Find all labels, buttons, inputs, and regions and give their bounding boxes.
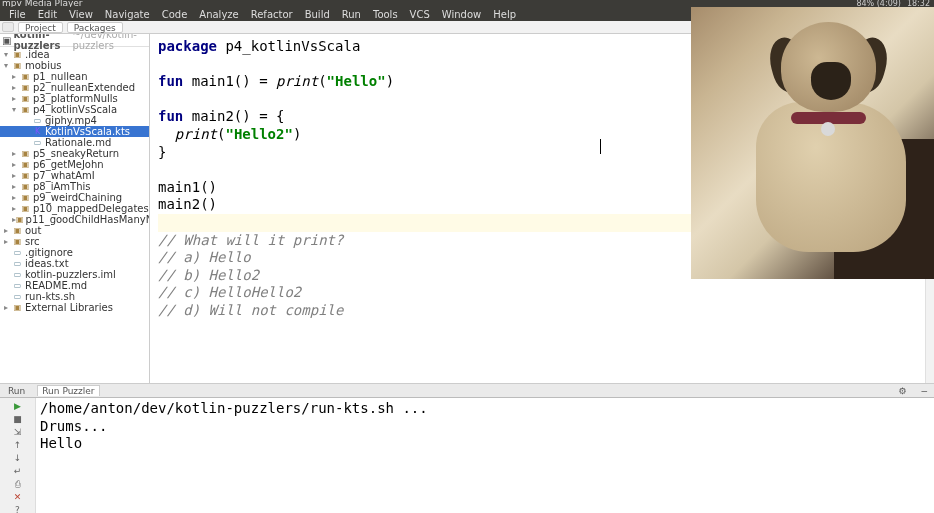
- tree-arrow-icon[interactable]: ▸: [12, 193, 20, 202]
- menu-edit[interactable]: Edit: [33, 9, 62, 20]
- tree-arrow-icon[interactable]: ▸: [12, 72, 20, 81]
- tree-arrow-icon[interactable]: ▾: [4, 50, 12, 59]
- tree-arrow-icon[interactable]: ▸: [12, 182, 20, 191]
- collapse-icon[interactable]: [2, 22, 14, 32]
- tree-arrow-icon[interactable]: ▸: [4, 226, 12, 235]
- file-icon: ▭: [12, 248, 23, 258]
- down-icon[interactable]: ↓: [12, 453, 24, 463]
- soft-wrap-icon[interactable]: ↵: [12, 466, 24, 476]
- menu-window[interactable]: Window: [437, 9, 486, 20]
- tree-arrow-icon[interactable]: ▾: [12, 105, 20, 114]
- tree-node[interactable]: ▸▣out: [0, 225, 149, 236]
- folder-icon: ▣: [20, 193, 31, 203]
- tree-node[interactable]: ▸▣p6_getMeJohn: [0, 159, 149, 170]
- tree-node[interactable]: ▭README.md: [0, 280, 149, 291]
- close-icon[interactable]: ✕: [12, 492, 24, 502]
- folder-icon: ▣: [20, 204, 31, 214]
- tree-node-label: mobius: [25, 60, 62, 71]
- tree-arrow-icon[interactable]: ▸: [12, 204, 20, 213]
- tree-node[interactable]: ▸▣src: [0, 236, 149, 247]
- tree-arrow-icon[interactable]: ▸: [12, 149, 20, 158]
- panel-hide-icon[interactable]: −: [920, 386, 934, 396]
- console-line: Drums...: [40, 418, 107, 434]
- project-tree[interactable]: ▾▣.idea▾▣mobius▸▣p1_nullean▸▣p2_nulleanE…: [0, 47, 149, 397]
- tree-arrow-icon[interactable]: ▸: [4, 237, 12, 246]
- menu-run[interactable]: Run: [337, 9, 366, 20]
- video-overlay[interactable]: [691, 7, 934, 279]
- bottom-tool-tabs: Run Run Puzzler ⚙ −: [0, 383, 934, 397]
- tree-arrow-icon[interactable]: ▸: [4, 303, 12, 312]
- folder-icon: ▣: [20, 160, 31, 170]
- tree-node[interactable]: ▸▣p1_nullean: [0, 71, 149, 82]
- menu-tools[interactable]: Tools: [368, 9, 403, 20]
- project-sidebar: ▣ kotlin-puzzlers ~/dev/kotlin-puzzlers …: [0, 34, 150, 397]
- tree-node[interactable]: ▭ideas.txt: [0, 258, 149, 269]
- console-output[interactable]: /home/anton/dev/kotlin-puzzlers/run-kts.…: [36, 398, 934, 513]
- folder-icon: ▣: [12, 303, 23, 313]
- tree-node[interactable]: ▸▣p11_goodChildHasManyNames: [0, 214, 149, 225]
- tree-node[interactable]: ▸▣p5_sneakyReturn: [0, 148, 149, 159]
- pin-icon[interactable]: ⇲: [12, 427, 24, 437]
- tree-node-label: .idea: [25, 49, 50, 60]
- tree-node[interactable]: ▭.gitignore: [0, 247, 149, 258]
- battery-status: 84% (4:09): [856, 0, 901, 7]
- folder-icon: ▣: [20, 105, 31, 115]
- tree-arrow-icon[interactable]: ▸: [12, 171, 20, 180]
- tree-node[interactable]: ▸▣p7_whatAmI: [0, 170, 149, 181]
- file-icon: ▭: [12, 292, 23, 302]
- stop-icon[interactable]: ■: [12, 414, 24, 424]
- tree-arrow-icon[interactable]: ▾: [4, 61, 12, 70]
- help-icon[interactable]: ?: [12, 505, 24, 513]
- window-titlebar: mpv Media Player 84% (4:09) 18:32: [0, 0, 934, 7]
- folder-icon: ▣: [20, 94, 31, 104]
- packages-tab[interactable]: Packages: [67, 22, 123, 33]
- kt-icon: K: [32, 127, 43, 137]
- tree-node[interactable]: ▸▣p3_platformNulls: [0, 93, 149, 104]
- tree-node[interactable]: ▸▣p2_nulleanExtended: [0, 82, 149, 93]
- tree-node[interactable]: ▭kotlin-puzzlers.iml: [0, 269, 149, 280]
- up-icon[interactable]: ↑: [12, 440, 24, 450]
- tree-arrow-icon[interactable]: ▸: [12, 94, 20, 103]
- tree-node[interactable]: ▸▣p8_iAmThis: [0, 181, 149, 192]
- menu-build[interactable]: Build: [300, 9, 335, 20]
- menu-help[interactable]: Help: [488, 9, 521, 20]
- panel-settings-icon[interactable]: ⚙: [898, 386, 912, 396]
- tree-node[interactable]: ▭run-kts.sh: [0, 291, 149, 302]
- menu-refactor[interactable]: Refactor: [246, 9, 298, 20]
- menu-code[interactable]: Code: [157, 9, 193, 20]
- tree-node[interactable]: ▸▣p10_mappedDelegates: [0, 203, 149, 214]
- rerun-icon[interactable]: ▶: [12, 401, 24, 411]
- tree-arrow-icon[interactable]: ▸: [12, 83, 20, 92]
- menu-vcs[interactable]: VCS: [405, 9, 435, 20]
- system-status: 84% (4:09) 18:32: [856, 0, 934, 7]
- tree-node-label: p6_getMeJohn: [33, 159, 104, 170]
- tree-node-label: p10_mappedDelegates: [33, 203, 149, 214]
- tree-node[interactable]: ▸▣External Libraries: [0, 302, 149, 313]
- tree-node-label: run-kts.sh: [25, 291, 75, 302]
- tree-node[interactable]: ▭Rationale.md: [0, 137, 149, 148]
- tree-node[interactable]: ▾▣mobius: [0, 60, 149, 71]
- menu-navigate[interactable]: Navigate: [100, 9, 155, 20]
- tree-node-label: p9_weirdChaining: [33, 192, 122, 203]
- tree-node[interactable]: ▾▣.idea: [0, 49, 149, 60]
- window-title: mpv Media Player: [2, 0, 83, 7]
- folder-icon: ▣: [20, 182, 31, 192]
- project-tab[interactable]: Project: [18, 22, 63, 33]
- menu-analyze[interactable]: Analyze: [194, 9, 243, 20]
- menu-file[interactable]: File: [4, 9, 31, 20]
- print-icon[interactable]: ⎙: [12, 479, 24, 489]
- tree-arrow-icon[interactable]: ▸: [12, 160, 20, 169]
- menu-view[interactable]: View: [64, 9, 98, 20]
- folder-icon: ▣: [2, 35, 11, 46]
- tree-node[interactable]: ▾▣p4_kotlinVsScala: [0, 104, 149, 115]
- console-line: /home/anton/dev/kotlin-puzzlers/run-kts.…: [40, 400, 428, 416]
- tree-node[interactable]: ▸▣p9_weirdChaining: [0, 192, 149, 203]
- tab-run[interactable]: Run: [4, 386, 29, 396]
- text-cursor: [600, 139, 601, 154]
- tree-node-label: p4_kotlinVsScala: [33, 104, 117, 115]
- tree-node-label: out: [25, 225, 41, 236]
- tab-run-puzzler[interactable]: Run Puzzler: [37, 385, 99, 396]
- file-icon: ▭: [12, 259, 23, 269]
- tree-node[interactable]: KKotlinVsScala.kts: [0, 126, 149, 137]
- tree-node[interactable]: ▭giphy.mp4: [0, 115, 149, 126]
